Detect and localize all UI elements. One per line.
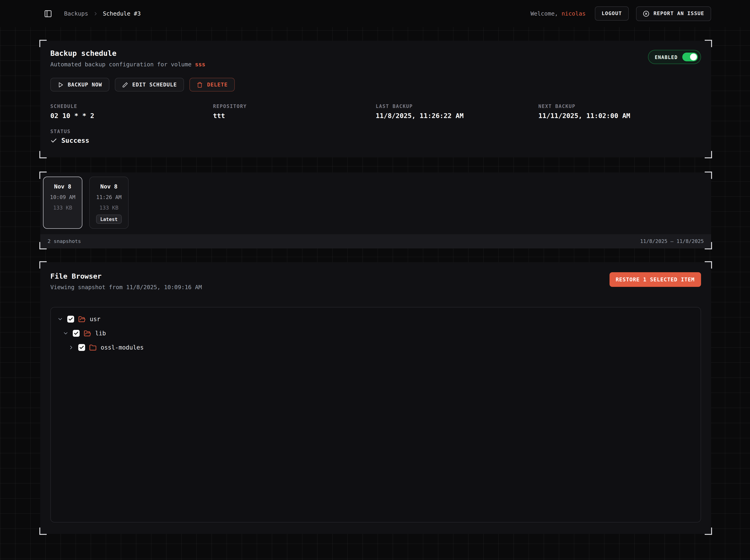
chevron-down-icon[interactable] bbox=[63, 330, 68, 336]
corner-bracket bbox=[39, 261, 47, 268]
checkbox[interactable] bbox=[67, 316, 74, 323]
status-value: Success bbox=[50, 137, 701, 144]
schedule-actions: BACKUP NOW EDIT SCHEDULE DELETE bbox=[50, 78, 701, 92]
corner-bracket bbox=[705, 151, 712, 158]
snapshot-time: 10:09 AM bbox=[50, 194, 76, 200]
page-title: Backup schedule bbox=[50, 49, 205, 58]
backup-now-label: BACKUP NOW bbox=[68, 81, 102, 88]
snapshots-footer: 2 snapshots 11/8/2025 – 11/8/2025 bbox=[40, 234, 711, 248]
subtitle-prefix: Automated backup configuration for volum… bbox=[50, 61, 195, 68]
tree-item-label: lib bbox=[95, 330, 106, 337]
snapshot-date-range: 11/8/2025 – 11/8/2025 bbox=[640, 238, 704, 244]
breadcrumb-backups[interactable]: Backups bbox=[64, 10, 88, 17]
volume-name: sss bbox=[195, 61, 205, 68]
welcome-prefix: Welcome, bbox=[531, 10, 561, 17]
schedule-field: NEXT BACKUP11/11/2025, 11:02:00 AM bbox=[538, 103, 701, 119]
restore-button[interactable]: RESTORE 1 SELECTED ITEM bbox=[609, 272, 701, 287]
snapshot-size: 133 KB bbox=[53, 204, 72, 211]
schedule-card-heading: Backup schedule Automated backup configu… bbox=[50, 49, 205, 68]
field-label: NEXT BACKUP bbox=[538, 103, 701, 109]
report-issue-icon bbox=[643, 10, 649, 17]
chevron-down-icon[interactable] bbox=[57, 316, 63, 322]
snapshot-list: Nov 810:09 AM133 KBNov 811:26 AM133 KBLa… bbox=[40, 173, 711, 229]
main-content: Backup schedule Automated backup configu… bbox=[40, 41, 711, 534]
tree-row[interactable]: lib bbox=[57, 326, 694, 340]
schedule-field: LAST BACKUP11/8/2025, 11:26:22 AM bbox=[376, 103, 538, 119]
latest-badge: Latest bbox=[96, 215, 122, 224]
snapshot-time: 11:26 AM bbox=[96, 194, 122, 200]
report-issue-button[interactable]: REPORT AN ISSUE bbox=[636, 6, 711, 21]
field-value: 11/11/2025, 11:02:00 AM bbox=[538, 112, 701, 119]
folder-open-icon bbox=[78, 316, 85, 323]
snapshot-date: Nov 8 bbox=[100, 183, 117, 190]
trash-icon bbox=[197, 82, 203, 87]
corner-bracket bbox=[705, 172, 712, 179]
field-value: 11/8/2025, 11:26:22 AM bbox=[376, 112, 538, 119]
field-value: ttt bbox=[213, 112, 376, 119]
delete-label: DELETE bbox=[207, 81, 228, 88]
tree-row[interactable]: ossl-modules bbox=[57, 340, 694, 355]
file-browser-title: File Browser bbox=[50, 272, 202, 280]
delete-button[interactable]: DELETE bbox=[190, 78, 235, 92]
folder-icon bbox=[89, 344, 97, 351]
corner-bracket bbox=[39, 242, 47, 249]
logout-button-label: LOGOUT bbox=[602, 11, 622, 17]
corner-bracket bbox=[705, 261, 712, 268]
toggle-switch[interactable] bbox=[682, 53, 698, 61]
corner-bracket bbox=[705, 527, 712, 535]
status-text: Success bbox=[61, 137, 89, 144]
snapshot-date: Nov 8 bbox=[54, 183, 71, 190]
enabled-toggle[interactable]: ENABLED bbox=[648, 50, 701, 64]
schedule-fields: SCHEDULE02 10 * * 2REPOSITORYtttLAST BAC… bbox=[50, 103, 701, 119]
header: Backups Schedule #3 Welcome, nicolas LOG… bbox=[0, 0, 750, 27]
field-label: REPOSITORY bbox=[213, 103, 376, 109]
check-icon bbox=[68, 317, 73, 322]
report-issue-label: REPORT AN ISSUE bbox=[653, 11, 704, 17]
tree-item-label: ossl-modules bbox=[101, 344, 144, 351]
corner-bracket bbox=[705, 242, 712, 249]
checkbox[interactable] bbox=[78, 344, 85, 351]
snapshot-size: 133 KB bbox=[99, 204, 118, 211]
pencil-icon bbox=[122, 82, 128, 87]
corner-bracket bbox=[705, 40, 712, 47]
restore-button-label: RESTORE 1 SELECTED ITEM bbox=[616, 276, 695, 283]
snapshot-card[interactable]: Nov 811:26 AM133 KBLatest bbox=[89, 177, 129, 229]
chevron-right-icon[interactable] bbox=[68, 344, 74, 351]
snapshot-card[interactable]: Nov 810:09 AM133 KB bbox=[43, 177, 82, 229]
corner-bracket bbox=[39, 172, 47, 179]
file-tree: usrlibossl-modules bbox=[50, 307, 701, 522]
edit-schedule-button[interactable]: EDIT SCHEDULE bbox=[115, 78, 184, 92]
status-label: STATUS bbox=[50, 128, 701, 134]
checkbox[interactable] bbox=[73, 330, 80, 337]
tree-item-label: usr bbox=[90, 316, 100, 323]
status-block: STATUS Success bbox=[50, 128, 701, 144]
sidebar-toggle-button[interactable] bbox=[44, 9, 52, 18]
enabled-toggle-label: ENABLED bbox=[655, 54, 678, 60]
breadcrumb-current: Schedule #3 bbox=[103, 10, 141, 17]
username: nicolas bbox=[561, 10, 586, 17]
schedule-field: REPOSITORYttt bbox=[213, 103, 376, 119]
breadcrumb: Backups Schedule #3 bbox=[64, 10, 141, 17]
tree-row[interactable]: usr bbox=[57, 312, 694, 326]
logout-button[interactable]: LOGOUT bbox=[595, 6, 629, 21]
corner-bracket bbox=[39, 40, 47, 47]
snapshots-section: Nov 810:09 AM133 KBNov 811:26 AM133 KBLa… bbox=[40, 173, 711, 248]
check-icon bbox=[74, 331, 79, 336]
app-viewport: Backups Schedule #3 Welcome, nicolas LOG… bbox=[0, 0, 750, 560]
folder-open-icon bbox=[84, 329, 91, 337]
backup-now-button[interactable]: BACKUP NOW bbox=[50, 78, 110, 92]
file-browser-subtitle: Viewing snapshot from 11/8/2025, 10:09:1… bbox=[50, 284, 202, 291]
corner-bracket bbox=[39, 527, 47, 535]
corner-bracket bbox=[39, 151, 47, 158]
field-label: LAST BACKUP bbox=[376, 103, 538, 109]
field-value: 02 10 * * 2 bbox=[50, 112, 213, 119]
toggle-knob bbox=[690, 54, 697, 60]
play-icon bbox=[58, 82, 64, 87]
schedule-field: SCHEDULE02 10 * * 2 bbox=[50, 103, 213, 119]
welcome-text: Welcome, nicolas bbox=[531, 10, 586, 17]
chevron-right-icon bbox=[93, 11, 98, 16]
check-icon bbox=[50, 137, 57, 144]
backup-schedule-card: Backup schedule Automated backup configu… bbox=[40, 41, 711, 157]
panel-left-icon bbox=[44, 9, 52, 18]
file-browser-card: File Browser Viewing snapshot from 11/8/… bbox=[40, 262, 711, 534]
